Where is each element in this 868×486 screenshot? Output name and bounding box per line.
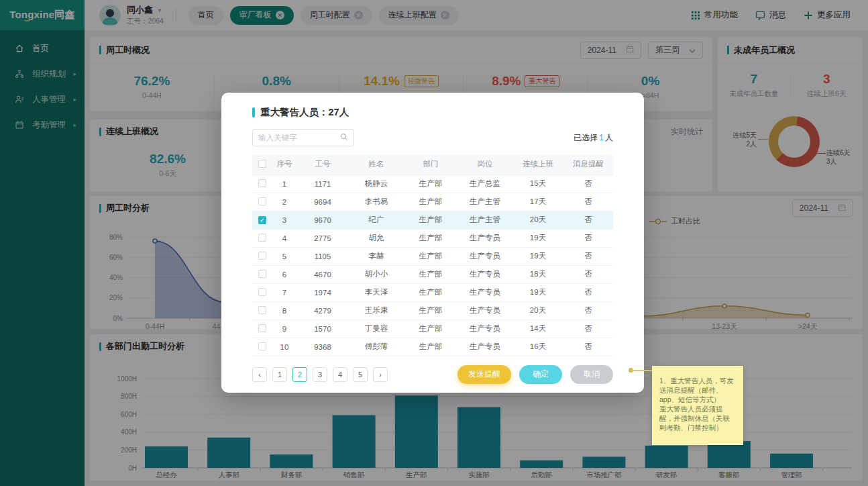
search-input[interactable] [258,134,340,142]
send-reminder-button[interactable]: 发送提醒 [457,365,511,384]
page-button-2[interactable]: 2 [292,367,307,382]
column-header: 姓名 [349,154,404,175]
table-row[interactable]: 5 1105 李赫 生产部 生产专员 19天 否 [252,247,613,265]
title-accent [252,107,255,117]
search-box [252,129,354,146]
row-checkbox[interactable]: ✓ [252,211,272,229]
pagination: ‹12345› [252,367,388,382]
column-header: 岗位 [457,154,512,175]
select-all-checkbox[interactable] [252,154,272,175]
page-button-1[interactable]: 1 [272,367,287,382]
row-checkbox[interactable] [252,229,272,247]
row-checkbox[interactable] [252,175,272,193]
note-line: 1、重大警告人员，可发送消息提醒（邮件、app、短信等方式） [659,376,737,404]
column-header: 连续上班 [512,154,563,175]
modal-title: 重大警告人员：27人 [252,106,613,119]
table-row[interactable]: ✓ 3 9670 纪广 生产部 生产主管 20天 否 [252,211,613,229]
table-row[interactable]: 2 9694 李书易 生产部 生产主管 17天 否 [252,193,613,211]
note-line: 重大警告人员必须提醒，并强制休息（关联到考勤、门禁控制） [659,404,737,432]
note-connector-line [631,370,652,371]
search-icon[interactable] [340,132,348,144]
table-row[interactable]: 9 1570 丁曼容 生产部 生产专员 14天 否 [252,320,613,338]
cancel-button[interactable]: 取消 [570,365,613,384]
row-checkbox[interactable] [252,193,272,211]
page-next-button[interactable]: › [373,367,388,382]
table-row[interactable]: 1 1171 杨静云 生产部 生产总监 15天 否 [252,175,613,193]
table-row[interactable]: 4 2775 胡允 生产部 生产专员 19天 否 [252,229,613,247]
page-button-3[interactable]: 3 [313,367,327,382]
table-row[interactable]: 6 4670 胡小小 生产部 生产专员 18天 否 [252,265,613,283]
row-checkbox[interactable] [252,283,272,301]
annotation-note: 1、重大警告人员，可发送消息提醒（邮件、app、短信等方式）重大警告人员必须提醒… [652,366,743,445]
column-header: 消息提醒 [563,154,613,175]
warning-table: 序号工号姓名部门岗位连续上班消息提醒 1 1171 杨静云 生产部 生产总监 1… [252,154,613,356]
confirm-button[interactable]: 确定 [519,365,562,384]
table-row[interactable]: 10 9368 傅彭薄 生产部 生产专员 16天 否 [252,338,613,356]
row-checkbox[interactable] [252,320,272,338]
page-button-4[interactable]: 4 [333,367,347,382]
selected-number: 1 [598,133,605,142]
row-checkbox[interactable] [252,338,272,356]
column-header: 工号 [296,154,349,175]
modal-buttons: 发送提醒确定取消 [457,365,613,384]
major-warning-modal: 重大警告人员：27人 已选择1人 序号工号姓名部门岗位连续上班消息提醒 1 11… [221,93,644,393]
row-checkbox[interactable] [252,265,272,283]
column-header: 序号 [272,154,296,175]
column-header: 部门 [404,154,457,175]
page-prev-button[interactable]: ‹ [252,367,267,382]
page-button-5[interactable]: 5 [353,367,368,382]
row-checkbox[interactable] [252,247,272,265]
table-row[interactable]: 7 1974 李天泽 生产部 生产专员 19天 否 [252,283,613,301]
row-checkbox[interactable] [252,301,272,320]
table-row[interactable]: 8 4279 王乐康 生产部 生产专员 20天 否 [252,301,613,320]
selected-count: 已选择1人 [574,132,613,144]
app-window: Tongxine同鑫 首页 组织规划 ▸ 人事管理 ▸ 考勤管理 ▸ 同小 [0,0,868,486]
